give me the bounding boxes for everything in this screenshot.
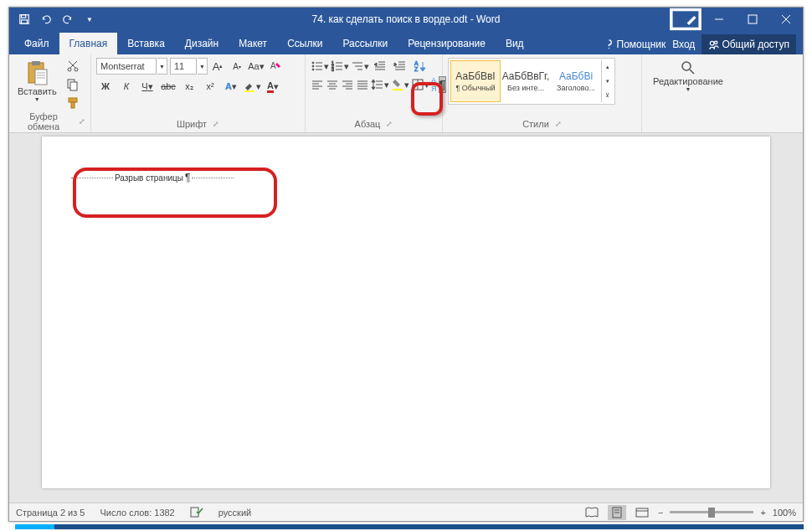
increase-indent-icon[interactable]: [391, 58, 409, 75]
svg-point-29: [312, 65, 314, 67]
strikethrough-button[interactable]: abc: [159, 78, 177, 95]
multilevel-icon[interactable]: ▾: [351, 58, 369, 75]
style-no-spacing[interactable]: АаБбВвГг, Без инте...: [501, 60, 551, 102]
minimize-button[interactable]: [702, 8, 736, 31]
zoom-slider[interactable]: [670, 511, 753, 513]
svg-point-9: [711, 41, 715, 45]
tab-layout[interactable]: Макет: [229, 33, 277, 54]
zoom-in-button[interactable]: +: [760, 508, 765, 518]
font-name-dropdown[interactable]: ▼: [157, 58, 167, 75]
svg-point-31: [312, 69, 314, 70]
style-normal[interactable]: АаБбВвІ ¶ Обычный: [450, 60, 501, 102]
tab-insert[interactable]: Вставка: [117, 33, 175, 54]
tell-me[interactable]: Помощник: [604, 39, 666, 50]
highlight-icon[interactable]: ▾: [243, 78, 261, 95]
font-color-icon[interactable]: A▾: [264, 78, 282, 95]
qat-dropdown-icon[interactable]: ▼: [80, 10, 100, 28]
subscript-button[interactable]: x₂: [180, 78, 198, 95]
font-name-input[interactable]: Montserrat: [96, 58, 157, 75]
bold-button[interactable]: Ж: [96, 78, 115, 95]
quick-access-toolbar: ▼: [9, 10, 100, 28]
save-icon[interactable]: [14, 10, 34, 28]
underline-button[interactable]: Ч▾: [138, 78, 157, 95]
editing-button[interactable]: Редактирование ▼: [650, 58, 727, 94]
change-case-icon[interactable]: Aa▾: [247, 58, 265, 75]
window-controls: [669, 8, 803, 31]
svg-point-27: [312, 62, 314, 64]
italic-button[interactable]: К: [117, 78, 136, 95]
maximize-button[interactable]: [736, 8, 769, 31]
zoom-level[interactable]: 100%: [773, 508, 796, 518]
status-words[interactable]: Число слов: 1382: [100, 508, 174, 518]
font-launcher-icon[interactable]: ⤢: [213, 120, 219, 128]
styles-scroll-down[interactable]: ▾: [602, 75, 613, 89]
svg-line-19: [70, 61, 77, 68]
tab-file[interactable]: Файл: [14, 33, 59, 54]
svg-text:A: A: [414, 60, 419, 66]
svg-text:3: 3: [331, 67, 334, 72]
text-effects-icon[interactable]: A▾: [222, 78, 240, 95]
sort-icon[interactable]: AZ: [411, 58, 429, 75]
font-size-dropdown[interactable]: ▼: [198, 58, 208, 75]
svg-rect-5: [748, 15, 757, 23]
zoom-out-button[interactable]: −: [658, 508, 663, 518]
document-title: 74. как сделать поиск в ворде.odt - Word: [312, 13, 501, 25]
shading-icon[interactable]: ▾: [391, 76, 409, 93]
shrink-font-icon[interactable]: A▾: [228, 58, 246, 75]
redo-icon[interactable]: [58, 10, 78, 28]
align-right-icon[interactable]: [341, 76, 354, 93]
svg-point-10: [715, 41, 717, 44]
tab-review[interactable]: Рецензирование: [398, 33, 496, 54]
copy-icon[interactable]: [64, 76, 82, 93]
styles-scroll-up[interactable]: ▴: [602, 60, 613, 75]
font-size-input[interactable]: 11: [170, 58, 197, 75]
numbering-icon[interactable]: 123▾: [331, 58, 349, 75]
styles-gallery: АаБбВвІ ¶ Обычный АаБбВвГг, Без инте... …: [448, 58, 615, 105]
bullets-icon[interactable]: ▾: [311, 58, 329, 75]
titlebar: ▼ 74. как сделать поиск в ворде.odt - Wo…: [9, 8, 803, 31]
tab-home[interactable]: Главная: [59, 33, 118, 54]
format-painter-icon[interactable]: [64, 95, 82, 111]
print-layout-icon[interactable]: [608, 505, 626, 520]
svg-rect-26: [244, 90, 254, 92]
clear-format-icon[interactable]: A: [266, 58, 285, 75]
decrease-indent-icon[interactable]: [371, 58, 389, 75]
svg-rect-83: [636, 508, 648, 517]
status-page[interactable]: Страница 2 из 5: [16, 508, 85, 518]
superscript-button[interactable]: x²: [201, 78, 219, 95]
clipboard-launcher-icon[interactable]: ⤢: [79, 117, 85, 126]
style-heading1[interactable]: АаБбВі Заголово...: [551, 60, 601, 102]
styles-expand[interactable]: ⊻: [602, 88, 613, 102]
align-left-icon[interactable]: [311, 76, 324, 93]
line-spacing-icon[interactable]: ▾: [371, 76, 389, 93]
read-mode-icon[interactable]: [583, 505, 601, 520]
group-editing: Редактирование ▼: [642, 54, 734, 132]
close-button[interactable]: [769, 8, 803, 31]
svg-rect-1: [22, 15, 26, 18]
tab-references[interactable]: Ссылки: [277, 33, 332, 54]
share-button[interactable]: Общий доступ: [702, 34, 796, 54]
sign-in[interactable]: Вход: [672, 39, 695, 50]
ribbon: Вставить ▼ Буфер обмена⤢ Montserrat▼ 11▼: [9, 54, 803, 133]
cut-icon[interactable]: [64, 58, 82, 75]
web-layout-icon[interactable]: [633, 505, 651, 520]
tab-view[interactable]: Вид: [496, 33, 534, 54]
group-clipboard: Вставить ▼ Буфер обмена⤢: [9, 54, 91, 132]
svg-text:A: A: [270, 61, 276, 70]
justify-icon[interactable]: [356, 76, 369, 93]
align-center-icon[interactable]: [326, 76, 339, 93]
group-font: Montserrat▼ 11▼ A▴ A▾ Aa▾ A Ж К Ч▾ abc x…: [91, 54, 306, 132]
status-language[interactable]: русский: [218, 508, 251, 518]
grow-font-icon[interactable]: A▴: [208, 58, 227, 75]
undo-icon[interactable]: [36, 10, 56, 28]
tab-design[interactable]: Дизайн: [175, 33, 229, 54]
ribbon-display-icon[interactable]: [669, 8, 702, 31]
tab-mailings[interactable]: Рассылки: [332, 33, 398, 54]
paste-button[interactable]: Вставить ▼: [14, 58, 60, 104]
svg-point-17: [68, 68, 71, 71]
paragraph-launcher-icon[interactable]: ⤢: [386, 120, 393, 128]
word-window: ▼ 74. как сделать поиск в ворде.odt - Wo…: [8, 7, 804, 522]
styles-launcher-icon[interactable]: ⤢: [555, 120, 562, 128]
svg-line-20: [69, 61, 75, 68]
status-spellcheck-icon[interactable]: [190, 506, 203, 519]
